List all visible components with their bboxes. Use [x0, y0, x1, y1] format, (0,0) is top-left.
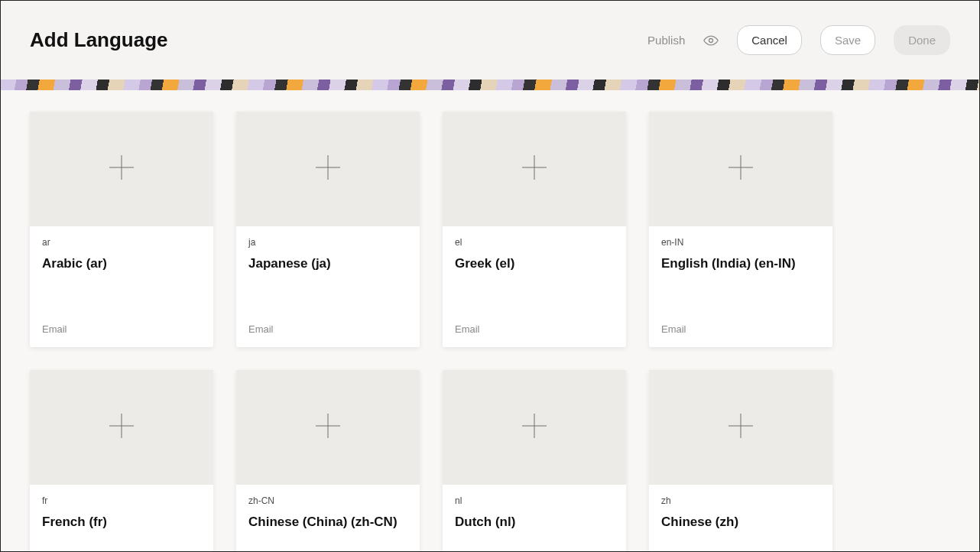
svg-point-0 — [709, 38, 713, 42]
card-body: ja Japanese (ja) Email — [236, 226, 420, 347]
card-body: en-IN English (India) (en-IN) Email — [649, 226, 832, 347]
card-body: fr French (fr) Email — [30, 485, 213, 551]
save-button[interactable]: Save — [820, 25, 875, 55]
card-type: Email — [661, 323, 820, 335]
language-name: French (fr) — [42, 514, 201, 530]
card-thumbnail — [649, 112, 832, 226]
language-code: el — [455, 237, 614, 248]
decorative-banner — [1, 80, 979, 90]
publish-label: Publish — [647, 34, 685, 47]
card-thumbnail — [236, 112, 420, 226]
language-card[interactable]: nl Dutch (nl) Email — [443, 370, 626, 551]
language-name: Chinese (China) (zh-CN) — [248, 514, 407, 530]
card-thumbnail — [443, 370, 626, 485]
card-type: Email — [42, 323, 201, 335]
language-card[interactable]: fr French (fr) Email — [30, 370, 213, 551]
card-body: ar Arabic (ar) Email — [30, 226, 213, 347]
language-code: ja — [248, 237, 407, 248]
language-code: fr — [42, 495, 201, 506]
language-name: Chinese (zh) — [661, 514, 820, 530]
language-name: Japanese (ja) — [248, 255, 407, 271]
plus-icon — [106, 152, 137, 186]
header-actions: Publish Cancel Save Done — [647, 25, 950, 55]
plus-icon — [313, 411, 343, 444]
plus-icon — [106, 411, 137, 444]
card-thumbnail — [30, 370, 213, 485]
language-code: nl — [455, 495, 614, 506]
language-name: Arabic (ar) — [42, 255, 201, 271]
plus-icon — [725, 152, 756, 186]
language-card[interactable]: zh Chinese (zh) Email — [649, 370, 832, 551]
done-button[interactable]: Done — [894, 25, 950, 55]
plus-icon — [313, 152, 343, 186]
language-name: Greek (el) — [455, 255, 614, 271]
card-type: Email — [455, 323, 614, 335]
plus-icon — [519, 411, 550, 444]
card-type: Email — [248, 323, 407, 335]
language-card[interactable]: en-IN English (India) (en-IN) Email — [649, 112, 832, 347]
card-thumbnail — [443, 112, 626, 226]
card-body: nl Dutch (nl) Email — [443, 485, 626, 551]
language-code: en-IN — [661, 237, 820, 248]
content-area: ar Arabic (ar) Email ja Japanese (ja) Em… — [1, 90, 979, 551]
language-card[interactable]: ja Japanese (ja) Email — [236, 112, 420, 347]
cancel-button[interactable]: Cancel — [737, 25, 802, 55]
language-card[interactable]: ar Arabic (ar) Email — [30, 112, 213, 347]
card-thumbnail — [649, 370, 832, 485]
plus-icon — [519, 152, 550, 186]
language-card[interactable]: zh-CN Chinese (China) (zh-CN) Email — [236, 370, 420, 551]
language-code: zh — [661, 495, 820, 506]
language-code: ar — [42, 237, 201, 248]
card-body: zh Chinese (zh) Email — [649, 485, 832, 551]
language-grid: ar Arabic (ar) Email ja Japanese (ja) Em… — [30, 112, 950, 551]
language-card[interactable]: el Greek (el) Email — [443, 112, 626, 347]
card-thumbnail — [30, 112, 213, 226]
language-name: Dutch (nl) — [455, 514, 614, 530]
card-body: el Greek (el) Email — [443, 226, 626, 347]
card-body: zh-CN Chinese (China) (zh-CN) Email — [236, 485, 420, 551]
header: Add Language Publish Cancel Save Done — [1, 1, 979, 80]
plus-icon — [725, 411, 756, 444]
page-title: Add Language — [30, 28, 168, 52]
card-thumbnail — [236, 370, 420, 485]
language-name: English (India) (en-IN) — [661, 255, 820, 271]
preview-icon[interactable] — [703, 33, 719, 48]
language-code: zh-CN — [248, 495, 407, 506]
